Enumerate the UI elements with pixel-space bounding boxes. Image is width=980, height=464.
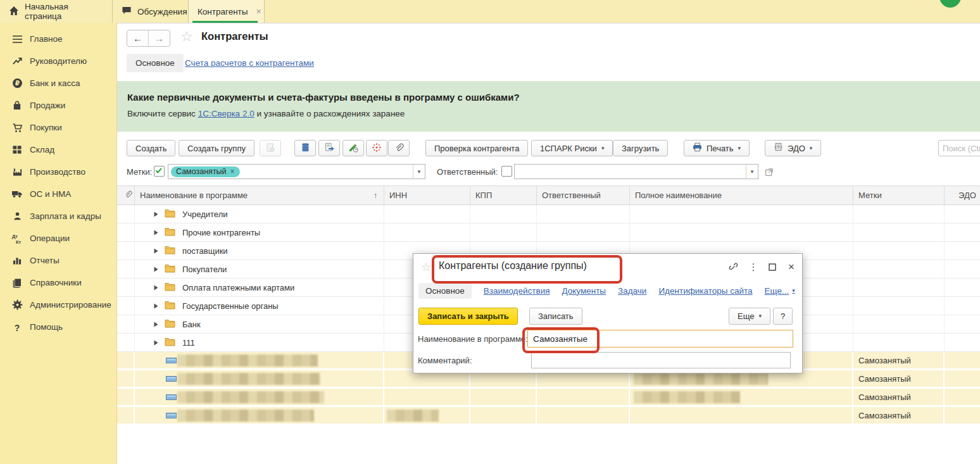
- copy-button[interactable]: [260, 140, 281, 156]
- maximize-button[interactable]: [765, 261, 779, 273]
- sidebar-item-help[interactable]: ?Помощь: [0, 316, 116, 338]
- dialog-tab-5[interactable]: Еще...▾: [765, 286, 795, 296]
- edit-button[interactable]: [342, 140, 364, 156]
- table-row[interactable]: Самозанятый: [117, 389, 980, 407]
- load-button[interactable]: Загрузить: [613, 140, 668, 156]
- expand-arrow-icon[interactable]: [154, 210, 158, 219]
- spark-risks-button[interactable]: [366, 140, 387, 156]
- link-settlement-accounts[interactable]: Счета расчетов с контрагентами: [185, 58, 314, 68]
- menu-icon: [11, 34, 23, 45]
- table-row[interactable]: Самозанятый: [117, 407, 980, 425]
- kebab-menu-icon[interactable]: ⋮: [746, 261, 760, 273]
- print-button[interactable]: Печать▾: [684, 140, 750, 156]
- sidebar-item-purchases[interactable]: Покупки: [0, 116, 116, 139]
- sidebar-item-sales[interactable]: Продажи: [0, 94, 116, 116]
- expand-arrow-icon[interactable]: [154, 301, 158, 311]
- create-button[interactable]: Создать: [127, 140, 175, 156]
- expand-arrow-icon[interactable]: [154, 228, 158, 237]
- get-link-button[interactable]: [726, 261, 740, 273]
- help-button[interactable]: ?: [773, 308, 793, 325]
- column-tags[interactable]: Метки: [853, 186, 945, 204]
- close-tab-icon[interactable]: ×: [256, 6, 261, 16]
- sidebar-item-production[interactable]: Производство: [0, 161, 116, 183]
- group-name: Покупатели: [182, 265, 227, 274]
- sidebar-item-label: Покупки: [30, 123, 62, 132]
- sidebar-item-fixed-assets[interactable]: ОС и НМА: [0, 183, 116, 205]
- spark-risks-menu-button[interactable]: 1СПАРК Риски▾: [531, 140, 613, 156]
- column-name[interactable]: Наименование в программе↑: [135, 186, 384, 204]
- chat-icon: [122, 6, 132, 17]
- tab-home[interactable]: Начальная страница: [0, 0, 113, 23]
- search-input[interactable]: [938, 140, 980, 156]
- tags-filter-combo[interactable]: Самозанятый × ▾: [168, 164, 425, 179]
- tab-main[interactable]: Основное: [127, 54, 184, 72]
- remove-tag-icon[interactable]: ×: [230, 167, 235, 176]
- table-group-row[interactable]: Учредители: [117, 205, 980, 223]
- dialog-tab-4[interactable]: Идентификаторы сайта: [658, 286, 752, 296]
- sverka-link[interactable]: 1С:Сверка 2.0: [198, 109, 254, 118]
- tag-pill[interactable]: Самозанятый ×: [171, 166, 240, 177]
- sidebar-item-label: Помощь: [30, 322, 63, 332]
- forward-button[interactable]: →: [148, 30, 170, 46]
- create-group-button[interactable]: Создать группу: [179, 140, 254, 156]
- dialog-tab-3[interactable]: Задачи: [618, 286, 646, 296]
- expand-arrow-icon[interactable]: [154, 320, 158, 329]
- tags-filter-label: Метки:: [127, 167, 152, 177]
- dialog-tab-0[interactable]: Основное: [418, 283, 472, 299]
- dialog-tab-1[interactable]: Взаимодействия: [484, 286, 550, 296]
- save-button[interactable]: Записать: [529, 308, 582, 325]
- sidebar-item-administration[interactable]: Администрирование: [0, 294, 116, 316]
- open-icon: [765, 168, 774, 177]
- expand-arrow-icon[interactable]: [154, 283, 158, 292]
- attachments-button[interactable]: [388, 140, 410, 156]
- favorite-star-icon[interactable]: ☆: [421, 260, 431, 274]
- tab-counterparties[interactable]: Контрагенты ×: [189, 0, 265, 23]
- sidebar-item-bank-cash[interactable]: ₽Банк и касса: [0, 72, 116, 94]
- sidebar-item-manager[interactable]: Руководителю: [0, 50, 116, 72]
- name-field[interactable]: Самозанятые: [527, 330, 793, 348]
- back-button[interactable]: ←: [127, 30, 148, 46]
- comment-field[interactable]: [531, 352, 791, 368]
- favorite-star-icon[interactable]: ☆: [180, 28, 193, 45]
- sidebar-item-warehouse[interactable]: Склад: [0, 139, 116, 161]
- column-inn[interactable]: ИНН: [384, 186, 470, 204]
- column-edo[interactable]: ЭДО: [945, 186, 980, 204]
- more-button[interactable]: Еще▾: [729, 308, 770, 325]
- dtkt-icon: ДтКт: [11, 233, 23, 244]
- column-kpp[interactable]: КПП: [470, 186, 537, 204]
- edo-button[interactable]: ЭДО▾: [765, 140, 821, 156]
- folder-icon: [165, 337, 175, 348]
- responsible-filter-combo[interactable]: ▾: [514, 164, 758, 179]
- folder-icon: [165, 282, 175, 293]
- table-group-row[interactable]: Прочие контрагенты: [117, 223, 980, 242]
- open-button[interactable]: [762, 165, 776, 179]
- column-responsible[interactable]: Ответственный: [537, 186, 630, 204]
- close-dialog-icon[interactable]: ×: [784, 261, 798, 273]
- tab-discussions[interactable]: Обсуждения: [113, 0, 189, 23]
- expand-arrow-icon[interactable]: [154, 265, 158, 274]
- redacted-inn: [387, 410, 439, 422]
- check-counterparty-button[interactable]: Проверка контрагента: [425, 140, 528, 156]
- edo-document-icon: [774, 142, 783, 154]
- info-banner: Какие первичные документы и счета-фактур…: [117, 81, 980, 132]
- sidebar-item-payroll-hr[interactable]: Зарплата и кадры: [0, 205, 116, 227]
- column-full-name[interactable]: Полное наименование: [630, 186, 853, 204]
- sidebar-item-label: Зарплата и кадры: [30, 211, 101, 221]
- dialog-tab-2[interactable]: Документы: [562, 286, 606, 296]
- sidebar-item-main[interactable]: Главное: [0, 28, 116, 50]
- save-and-close-button[interactable]: Записать и закрыть: [418, 308, 518, 325]
- sidebar-item-directories[interactable]: Справочники: [0, 272, 116, 294]
- responsible-filter-checkbox[interactable]: [501, 166, 512, 177]
- books-icon: [11, 277, 23, 289]
- sidebar-item-reports[interactable]: Отчеты: [0, 249, 116, 272]
- sidebar-item-label: Операции: [30, 234, 70, 243]
- combo-dropdown-button[interactable]: ▾: [413, 165, 425, 179]
- expand-arrow-icon[interactable]: [154, 246, 158, 256]
- combo-dropdown-button[interactable]: ▾: [746, 165, 758, 179]
- expand-arrow-icon[interactable]: [154, 338, 158, 348]
- tags-filter-checkbox[interactable]: [154, 166, 165, 177]
- column-attachments[interactable]: [117, 186, 135, 204]
- list-view-button[interactable]: [294, 140, 316, 156]
- sidebar-item-operations[interactable]: ДтКтОперации: [0, 227, 116, 249]
- load-settings-button[interactable]: [318, 140, 340, 156]
